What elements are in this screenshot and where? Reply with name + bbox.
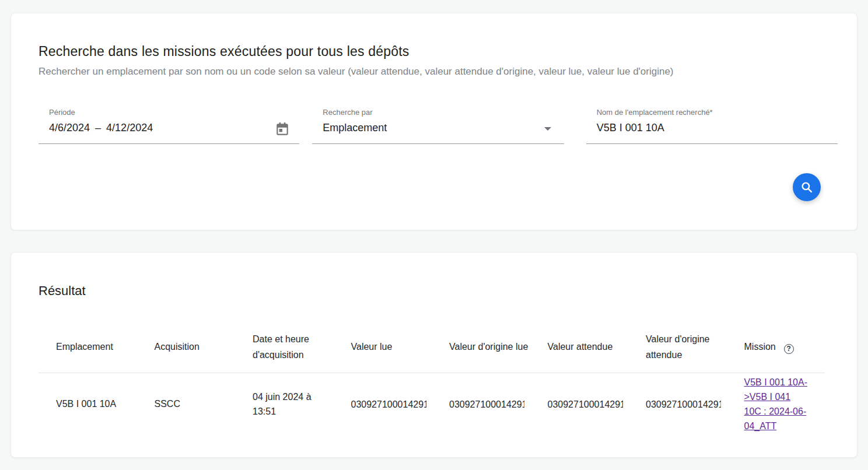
nom-emplacement-value[interactable]: V5B I 001 10A xyxy=(597,122,664,134)
col-header-valeur-lue: Valeur lue xyxy=(334,321,432,373)
mission-header-label: Mission xyxy=(744,342,776,352)
cell-valeur-origine-lue: 030927100014291 xyxy=(432,373,530,435)
mission-link[interactable]: V5B I 001 10A->V5B I 041 10C : 2024-06-0… xyxy=(744,375,810,433)
cell-valeur-lue: 030927100014291 xyxy=(334,373,432,435)
col-header-emplacement: Emplacement xyxy=(38,321,137,373)
cell-valeur-attendue: 030927100014291 xyxy=(530,373,629,435)
col-header-valeur-attendue: Valeur attendue xyxy=(530,321,629,373)
periode-date-range-field[interactable]: Période 4/6/2024–4/12/2024 xyxy=(38,104,299,144)
col-header-acquisition: Acquisition xyxy=(137,321,236,373)
nom-emplacement-label: Nom de l'emplacement recherché* xyxy=(597,108,838,117)
recherche-par-value[interactable]: Emplacement xyxy=(323,122,387,134)
valeur-attendue-value: 030927100014291 xyxy=(548,397,623,412)
recherche-par-select[interactable]: Recherche par Emplacement xyxy=(312,104,564,144)
cell-date-acquisition: 04 juin 2024 à 13:51 xyxy=(235,373,334,435)
cell-valeur-origine-attendue: 030927100014291 xyxy=(628,373,727,435)
periode-value[interactable]: 4/6/2024–4/12/2024 xyxy=(49,122,153,134)
nom-emplacement-input[interactable]: Nom de l'emplacement recherché* V5B I 00… xyxy=(586,104,838,144)
result-table: Emplacement Acquisition Date et heure d'… xyxy=(38,321,825,435)
search-card: Recherche dans les missions exécutées po… xyxy=(10,13,858,230)
result-title: Résultat xyxy=(38,283,857,299)
table-header-row: Emplacement Acquisition Date et heure d'… xyxy=(38,321,825,373)
cell-emplacement: V5B I 001 10A xyxy=(38,373,137,435)
col-header-valeur-origine-attendue: Valeur d'origine attendue xyxy=(628,321,727,373)
page: Recherche dans les missions exécutées po… xyxy=(0,0,868,470)
col-header-valeur-origine-lue: Valeur d'origine lue xyxy=(432,321,530,373)
search-icon xyxy=(799,180,814,195)
valeur-origine-lue-value: 030927100014291 xyxy=(449,397,524,412)
col-header-mission: Mission? xyxy=(727,321,825,373)
search-card-subtitle: Rechercher un emplacement par son nom ou… xyxy=(38,66,830,78)
search-form: Période 4/6/2024–4/12/2024 Recherche par… xyxy=(38,104,838,144)
valeur-origine-attendue-value: 030927100014291 xyxy=(646,397,721,412)
search-button[interactable] xyxy=(793,173,821,201)
recherche-par-label: Recherche par xyxy=(323,108,564,117)
help-icon[interactable]: ? xyxy=(784,344,794,354)
table-row: V5B I 001 10A SSCC 04 juin 2024 à 13:51 … xyxy=(38,373,825,435)
result-card: Résultat Emplacement Acquisition Date et… xyxy=(10,252,858,458)
periode-label: Période xyxy=(49,108,299,117)
cell-mission: V5B I 001 10A->V5B I 041 10C : 2024-06-0… xyxy=(727,373,825,435)
cell-acquisition: SSCC xyxy=(137,373,236,435)
calendar-icon[interactable] xyxy=(275,122,290,137)
periode-end-date[interactable]: 4/12/2024 xyxy=(106,122,153,134)
valeur-lue-value: 030927100014291 xyxy=(351,397,426,412)
periode-start-date[interactable]: 4/6/2024 xyxy=(49,122,90,134)
date-range-separator: – xyxy=(95,122,101,134)
col-header-date-acquisition: Date et heure d'acquisition xyxy=(235,321,334,373)
page-title: Recherche dans les missions exécutées po… xyxy=(38,44,857,59)
chevron-down-icon[interactable] xyxy=(544,127,551,131)
